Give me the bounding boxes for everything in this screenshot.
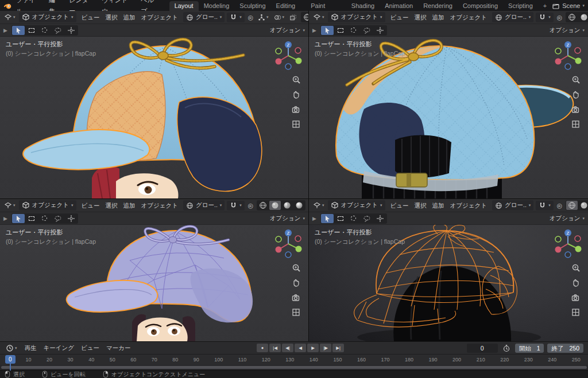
viewport-options[interactable]: オプション ▾ — [550, 215, 585, 223]
proportional-editing-icon[interactable]: ◎ — [247, 201, 254, 209]
tool-select-circle[interactable] — [38, 214, 51, 223]
workspace-tab[interactable]: Scripting — [503, 1, 538, 11]
transform-orientation-selector[interactable]: グロー.. ▾ — [492, 12, 533, 22]
transport-button[interactable]: ▶| — [332, 344, 344, 352]
camera-view-icon[interactable] — [571, 104, 581, 114]
viewport-options[interactable]: オプション ▾ — [550, 26, 585, 34]
viewport-menu[interactable]: ビュー — [388, 199, 412, 212]
tool-select-lasso[interactable] — [361, 26, 373, 35]
scene-selector[interactable]: Scene ▾ — [552, 2, 585, 10]
editor-type-button[interactable]: ▾ — [312, 201, 326, 210]
zoom-icon[interactable] — [291, 263, 301, 272]
workspace-tab[interactable]: Rendering — [418, 1, 458, 11]
tool-tweak[interactable] — [12, 26, 25, 35]
tool-tweak[interactable] — [321, 26, 334, 35]
viewport-menu[interactable]: ビュー — [79, 199, 103, 212]
shading-solid-icon[interactable] — [578, 13, 588, 22]
shading-solid-icon[interactable] — [578, 201, 588, 210]
navigation-gizmo[interactable]: Z — [552, 40, 583, 71]
shading-wireframe-icon[interactable] — [257, 201, 269, 210]
viewport-menu[interactable]: 追加 — [430, 199, 447, 212]
shading-solid-icon[interactable] — [269, 201, 281, 210]
tool-select-circle[interactable] — [347, 214, 360, 223]
workspace-tab[interactable]: Texture Paint — [305, 0, 346, 11]
shading-wireframe-icon[interactable] — [566, 13, 578, 22]
transport-button[interactable]: |◀ — [269, 344, 281, 352]
viewport-menu[interactable]: ビュー — [79, 11, 103, 24]
workspace-tab[interactable]: Layout — [169, 1, 199, 11]
perspective-toggle-icon[interactable] — [291, 307, 301, 317]
camera-view-icon[interactable] — [291, 104, 301, 114]
move-view-icon[interactable] — [291, 89, 301, 99]
tool-select-lasso[interactable] — [52, 26, 64, 35]
mode-selector[interactable]: オブジェクト ▾ — [328, 12, 385, 22]
timeline-scrollbar[interactable] — [0, 365, 588, 370]
tool-select-circle[interactable] — [38, 26, 51, 35]
snapping-toggle[interactable]: ▾ — [536, 13, 554, 22]
timeline-ruler[interactable]: 0102030405060708090100110120130140150160… — [0, 354, 588, 365]
editor-type-button[interactable]: ▾ — [312, 13, 326, 22]
toolbar-expand-icon[interactable]: ▶ — [312, 28, 316, 33]
shading-rendered-icon[interactable] — [293, 201, 305, 210]
viewport-menu[interactable]: 選択 — [412, 199, 430, 212]
frame-end-field[interactable]: 終了 250 — [547, 344, 583, 353]
perspective-toggle-icon[interactable] — [571, 119, 581, 129]
viewport-menu[interactable]: オブジェクト — [447, 199, 490, 212]
tool-select-circle[interactable] — [347, 26, 360, 35]
viewport-menu[interactable]: 選択 — [412, 11, 430, 24]
preview-range-icon[interactable] — [501, 344, 512, 353]
transport-button[interactable]: ● — [257, 344, 268, 352]
viewport-options[interactable]: オプション ▾ — [270, 215, 305, 223]
viewport-menu[interactable]: ビュー — [388, 11, 412, 24]
viewport-menu[interactable]: オブジェクト — [138, 199, 181, 212]
move-view-icon[interactable] — [571, 278, 581, 287]
tool-cursor-3d[interactable] — [374, 214, 386, 223]
mode-selector[interactable]: オブジェクト ▾ — [19, 200, 76, 211]
mode-selector[interactable]: オブジェクト ▾ — [328, 200, 385, 211]
viewport-canvas-3d[interactable]: ユーザー・平行投影 (0) シーンコレクション | flapCap — [0, 225, 308, 341]
tool-select-box[interactable] — [25, 26, 38, 35]
transform-orientation-selector[interactable]: グロー.. ▾ — [183, 200, 225, 211]
transport-button[interactable]: ◀ — [295, 344, 306, 352]
timeline-menu[interactable]: キーイング — [40, 342, 78, 354]
viewport-menu[interactable]: 追加 — [121, 199, 138, 212]
frame-start-field[interactable]: 開始 1 — [515, 344, 544, 353]
viewport-menu[interactable]: 選択 — [103, 199, 121, 212]
cap-model-material-view[interactable] — [0, 37, 308, 198]
gizmos-toggle[interactable]: ▾ — [257, 13, 270, 22]
proportional-editing-icon[interactable]: ◎ — [556, 13, 563, 21]
tool-cursor-3d[interactable] — [65, 214, 78, 223]
tool-select-box[interactable] — [25, 214, 38, 223]
xray-toggle[interactable] — [288, 13, 298, 22]
timeline-menu[interactable]: ビュー — [78, 342, 103, 354]
tool-select-lasso[interactable] — [361, 214, 373, 223]
editor-type-button[interactable]: ▾ — [3, 201, 17, 210]
tool-tweak[interactable] — [321, 214, 334, 223]
snapping-toggle[interactable]: ▾ — [227, 13, 245, 22]
transport-button[interactable]: |▶ — [320, 344, 331, 352]
perspective-toggle-icon[interactable] — [291, 119, 301, 129]
workspace-tab[interactable]: Shading — [346, 1, 380, 11]
workspace-tab[interactable]: UV Editing — [271, 0, 306, 11]
viewport-canvas-3d[interactable]: ユーザー・平行投影 (0) シーンコレクション | flapCap — [0, 37, 308, 198]
viewport-menu[interactable]: 選択 — [103, 11, 121, 24]
move-view-icon[interactable] — [571, 89, 581, 99]
viewport-menu[interactable]: オブジェクト — [138, 11, 181, 24]
mode-selector[interactable]: オブジェクト ▾ — [19, 12, 76, 22]
toolbar-expand-icon[interactable]: ▶ — [3, 216, 7, 221]
viewport-menu[interactable]: オブジェクト — [447, 11, 490, 24]
transform-orientation-selector[interactable]: グロー.. ▾ — [492, 200, 533, 211]
shading-wireframe-icon[interactable] — [301, 13, 308, 22]
navigation-gizmo[interactable]: Z — [273, 228, 304, 259]
workspace-tab[interactable]: Sculpting — [234, 1, 270, 11]
shading-wireframe-icon[interactable] — [566, 201, 578, 210]
toolbar-expand-icon[interactable]: ▶ — [3, 28, 7, 33]
tool-tweak[interactable] — [12, 214, 25, 223]
workspace-tab[interactable]: Modeling — [199, 1, 235, 11]
timeline-editor-type-button[interactable]: ▾ — [5, 344, 18, 353]
tool-cursor-3d[interactable] — [374, 26, 386, 35]
camera-view-icon[interactable] — [291, 293, 301, 302]
transport-button[interactable]: ▶ — [307, 344, 319, 352]
snapping-toggle[interactable]: ▾ — [536, 201, 554, 211]
viewport-menu[interactable]: 追加 — [430, 11, 447, 24]
